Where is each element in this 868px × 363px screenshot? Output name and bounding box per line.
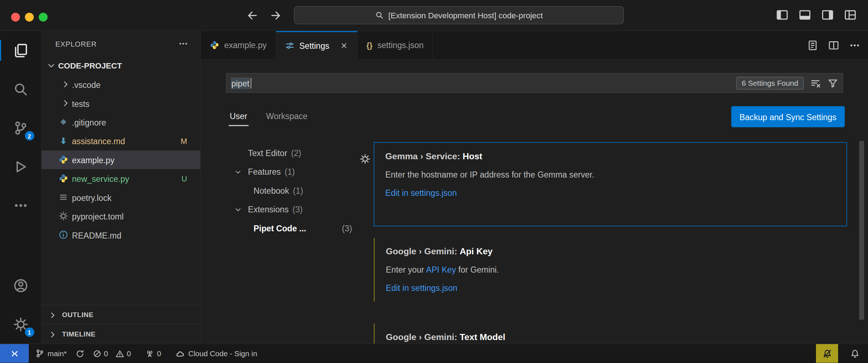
- toggle-primary-sidebar-icon[interactable]: [775, 8, 789, 22]
- toc-item-features[interactable]: Features (1): [226, 162, 354, 181]
- edit-in-settings-json-link[interactable]: Edit in settings.json: [385, 188, 835, 197]
- command-center[interactable]: [Extension Development Host] code-projec…: [294, 6, 624, 24]
- setting-description: Enter your API Key for Gemini.: [386, 265, 836, 274]
- timeline-section[interactable]: TIMELINE: [42, 324, 201, 344]
- error-icon: [93, 349, 101, 358]
- tree-item-readme-md[interactable]: README.md: [42, 226, 201, 244]
- tab-bar: example.py Settings {} settings.json: [201, 31, 868, 60]
- text-caret: [251, 78, 251, 88]
- activity-bar: 2 1: [0, 31, 42, 343]
- settings-toc: Text Editor (2) Features (1) Notebook (1…: [226, 143, 354, 237]
- tree-item-poetry-lock[interactable]: poetry.lock: [42, 188, 201, 207]
- close-window-button[interactable]: [11, 13, 20, 22]
- remote-indicator[interactable]: [0, 344, 29, 363]
- close-tab-icon[interactable]: [340, 42, 348, 50]
- toc-item-extensions[interactable]: Extensions (3): [226, 200, 354, 218]
- more-views-icon[interactable]: [0, 186, 41, 225]
- sync-changes-icon[interactable]: [71, 344, 88, 363]
- edit-in-settings-json-link[interactable]: Edit in settings.json: [386, 283, 836, 293]
- tree-item-example-py[interactable]: example.py: [42, 150, 201, 169]
- setting-title: Google › Gemini: Api Key: [386, 247, 836, 257]
- status-bar: main* 0 0 0 Cloud Code - Sign in: [0, 344, 868, 363]
- manage-badge: 1: [25, 327, 34, 337]
- tree-item-vscode[interactable]: .vscode: [42, 75, 201, 94]
- api-key-link[interactable]: API Key: [426, 265, 456, 274]
- settings-sliders-icon: [285, 41, 294, 50]
- split-editor-icon[interactable]: [828, 40, 839, 51]
- settings-scrollbar[interactable]: [859, 141, 864, 320]
- tree-item-assistance-md[interactable]: assistance.md M: [42, 132, 201, 150]
- toc-item-text-editor[interactable]: Text Editor (2): [226, 143, 354, 162]
- setting-title: Gemma › Service: Host: [385, 152, 835, 162]
- setting-gear-icon[interactable]: [360, 154, 370, 164]
- chevron-down-icon: [234, 206, 242, 214]
- tree-item-tests[interactable]: tests: [42, 94, 201, 113]
- git-file-icon: [59, 117, 68, 127]
- search-sidebar-icon[interactable]: [0, 70, 41, 108]
- branch-status-item[interactable]: main*: [31, 344, 71, 363]
- tree-item-gitignore[interactable]: .gitignore: [42, 113, 201, 132]
- chevron-down-icon: [234, 168, 242, 176]
- search-icon: [375, 11, 383, 19]
- setting-item-google-gemini-api-key[interactable]: Google › Gemini: Api Key Enter your API …: [374, 238, 847, 301]
- setting-title: Google › Gemini: Text Model: [386, 333, 836, 343]
- explorer-sidebar: EXPLORER CODE-PROJECT .vscode tests .git…: [42, 31, 201, 343]
- tab-settings-json[interactable]: {} settings.json: [358, 31, 433, 59]
- lock-file-icon: [59, 193, 68, 202]
- settings-search-value: pipet: [231, 77, 250, 89]
- customize-layout-icon[interactable]: [844, 8, 857, 22]
- scope-tab-user[interactable]: User: [229, 109, 248, 126]
- back-button[interactable]: [244, 7, 261, 24]
- toc-item-pipet-code[interactable]: Pipet Code ... (3): [226, 218, 354, 237]
- window-controls: [11, 13, 48, 22]
- accounts-icon[interactable]: [0, 266, 41, 305]
- dnd-notifications-icon[interactable]: [816, 344, 838, 363]
- toggle-secondary-sidebar-icon[interactable]: [821, 8, 834, 22]
- toggle-panel-icon[interactable]: [798, 8, 812, 22]
- chevron-right-icon: [48, 310, 57, 320]
- chevron-right-icon: [61, 80, 70, 89]
- notifications-bell-icon[interactable]: [844, 344, 868, 363]
- setting-item-google-gemini-text-model[interactable]: Google › Gemini: Text Model: [374, 324, 847, 344]
- python-file-icon: [59, 174, 68, 183]
- json-file-icon: {}: [367, 41, 373, 50]
- tree-item-new-service-py[interactable]: new_service.py U: [42, 169, 201, 188]
- git-untracked-badge: U: [182, 174, 187, 183]
- explorer-icon[interactable]: [0, 31, 41, 70]
- ports-status-item[interactable]: 0: [141, 344, 166, 363]
- run-debug-icon[interactable]: [0, 147, 41, 186]
- warning-icon: [116, 349, 124, 358]
- forward-button[interactable]: [267, 7, 284, 24]
- cloud-code-status-item[interactable]: Cloud Code - Sign in: [171, 344, 262, 363]
- chevron-right-icon: [61, 98, 70, 108]
- setting-item-gemma-service-host[interactable]: Gemma › Service: Host Enter the hostname…: [374, 142, 847, 226]
- branch-icon: [36, 349, 45, 358]
- tree-root-code-project[interactable]: CODE-PROJECT: [42, 56, 201, 75]
- tab-settings[interactable]: Settings: [276, 31, 358, 60]
- tab-example-py[interactable]: example.py: [201, 31, 276, 59]
- more-actions-icon[interactable]: [849, 40, 860, 51]
- scope-tab-workspace[interactable]: Workspace: [265, 109, 308, 126]
- source-control-icon[interactable]: 2: [0, 108, 41, 147]
- toc-item-notebook[interactable]: Notebook (1): [226, 181, 354, 199]
- python-file-icon: [210, 41, 219, 50]
- outline-section[interactable]: OUTLINE: [42, 305, 201, 324]
- maximize-window-button[interactable]: [39, 13, 48, 22]
- info-file-icon: [59, 230, 68, 240]
- problems-status-item[interactable]: 0 0: [88, 344, 135, 363]
- tree-item-pyproject-toml[interactable]: pyproject.toml: [42, 207, 201, 226]
- open-settings-json-icon[interactable]: [807, 40, 818, 51]
- manage-gear-icon[interactable]: 1: [0, 305, 41, 344]
- chevron-right-icon: [48, 329, 57, 339]
- setting-description: Enter the hostname or IP address for the…: [385, 170, 835, 179]
- settings-list: Gemma › Service: Host Enter the hostname…: [359, 60, 868, 344]
- toml-file-icon: [59, 211, 68, 221]
- vscode-window: [Extension Development Host] code-projec…: [0, 0, 868, 363]
- explorer-title: EXPLORER: [55, 39, 97, 48]
- minimize-window-button[interactable]: [25, 13, 34, 22]
- cloud-icon: [176, 349, 185, 358]
- title-bar: [Extension Development Host] code-projec…: [0, 0, 868, 31]
- git-modified-badge: M: [181, 137, 187, 146]
- source-control-badge: 2: [25, 131, 34, 140]
- explorer-more-actions-icon[interactable]: [178, 39, 188, 49]
